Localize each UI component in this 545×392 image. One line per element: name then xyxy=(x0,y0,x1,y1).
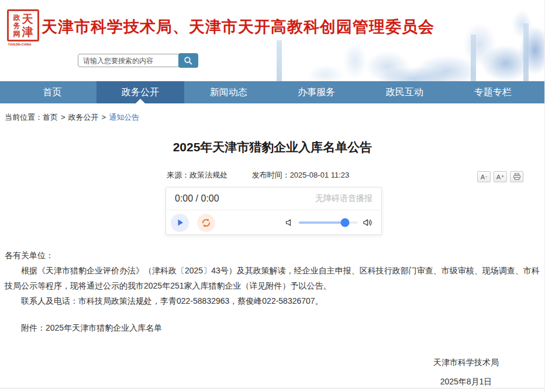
seal-right-characters: 天 津 xyxy=(22,13,33,39)
nav-item-news[interactable]: 新闻动态 xyxy=(184,81,272,103)
signature-date: 2025年8月1日 xyxy=(433,376,499,387)
font-increase-label: A xyxy=(496,174,501,181)
minus-sign: - xyxy=(485,174,487,179)
volume-slider[interactable] xyxy=(299,221,358,224)
font-increase-button[interactable]: A+ xyxy=(494,171,507,182)
article-toolbar: A- A+ xyxy=(477,171,523,182)
site-title: 天津市科学技术局、天津市天开高教科创园管理委员会 xyxy=(42,16,434,37)
breadcrumb-section-link[interactable]: 政务公开 xyxy=(68,113,99,122)
signature-org: 天津市科学技术局 xyxy=(433,356,499,368)
replay-button[interactable] xyxy=(197,214,215,232)
search-bar xyxy=(78,53,198,68)
search-button[interactable] xyxy=(178,53,198,68)
breadcrumb-current-link[interactable]: 通知公告 xyxy=(109,113,139,122)
header-building-artwork xyxy=(218,0,545,81)
article-signature: 天津市科学技术局 2025年8月1日 xyxy=(433,356,499,387)
breadcrumb: 当前位置：首页>政务公开>通知公告 xyxy=(5,112,139,123)
attachment-link[interactable]: 附件：2025年天津市猎豹企业入库名单 xyxy=(5,320,540,335)
nav-item-interaction[interactable]: 政民互动 xyxy=(361,81,449,103)
article-title: 2025年天津市猎豹企业入库名单公告 xyxy=(0,139,545,155)
volume-controls xyxy=(285,218,377,227)
main-navigation: 首页 政务公开 新闻动态 办事服务 政民互动 专题专栏 xyxy=(0,81,545,103)
breadcrumb-separator: > xyxy=(102,113,106,122)
font-decrease-button[interactable]: A- xyxy=(477,171,491,182)
breadcrumb-separator: > xyxy=(61,113,65,122)
paragraph-main: 根据《天津市猎豹企业评价办法》（津科政〔2025〕43号）及其政策解读，经企业自… xyxy=(5,263,540,293)
player-time: 0:00 / 0:00 xyxy=(175,193,219,204)
search-icon xyxy=(184,56,193,65)
site-header: 政 务 网 天 津 TIANJIN-CHINA 天津市科学技术局、天津市天开高教… xyxy=(0,0,545,81)
volume-slider-fill xyxy=(299,221,345,224)
gate-pillar-decoration xyxy=(277,40,282,81)
play-button[interactable] xyxy=(171,214,189,232)
article-source: 来源：政策法规处 xyxy=(167,171,227,179)
accessibility-audio-player: 0:00 / 0:00 无障碍语音播报 xyxy=(165,187,382,235)
replay-icon xyxy=(201,218,211,228)
nav-item-special-topics[interactable]: 专题专栏 xyxy=(449,81,537,103)
seal-left-characters: 政 务 网 xyxy=(13,13,20,38)
player-top-row: 0:00 / 0:00 无障碍语音播报 xyxy=(166,188,381,210)
nav-item-services[interactable]: 办事服务 xyxy=(272,81,361,103)
printer-icon xyxy=(513,173,521,181)
plus-sign: + xyxy=(501,174,504,179)
tianjin-gov-seal-logo[interactable]: 政 务 网 天 津 xyxy=(7,9,39,41)
breadcrumb-home-link[interactable]: 首页 xyxy=(43,113,58,122)
active-tab-notch xyxy=(136,99,145,103)
article-meta: 来源：政策法规处 发布时间：2025-08-01 11:23 xyxy=(167,170,349,181)
footer-divider xyxy=(0,388,545,388)
search-input[interactable] xyxy=(78,54,179,67)
paragraph-contact: 联系人及电话：市科技局政策法规处，李青022-58832963，蔡俊峰022-5… xyxy=(5,293,540,308)
volume-low-icon[interactable] xyxy=(285,218,294,227)
seal-caption: TIANJIN-CHINA xyxy=(6,43,33,46)
nav-item-home[interactable]: 首页 xyxy=(8,81,96,103)
font-decrease-label: A xyxy=(481,174,485,181)
nav-item-government-affairs[interactable]: 政务公开 xyxy=(96,81,185,103)
article-publish-time: 发布时间：2025-08-01 11:23 xyxy=(252,171,350,179)
volume-high-icon[interactable] xyxy=(363,218,373,227)
player-controls-row xyxy=(166,210,381,235)
article-body: 各有关单位： 根据《天津市猎豹企业评价办法》（津科政〔2025〕43号）及其政策… xyxy=(5,248,540,335)
nav-item-label: 政务公开 xyxy=(122,87,159,97)
breadcrumb-prefix: 当前位置： xyxy=(5,113,43,122)
volume-slider-thumb[interactable] xyxy=(340,218,349,227)
play-icon xyxy=(176,218,184,227)
page: 政 务 网 天 津 TIANJIN-CHINA 天津市科学技术局、天津市天开高教… xyxy=(0,0,545,392)
print-button[interactable] xyxy=(510,171,523,182)
gate-pillar-decoration xyxy=(523,23,529,81)
player-caption: 无障碍语音播报 xyxy=(315,193,372,204)
gate-pillar-decoration xyxy=(471,34,476,81)
salutation: 各有关单位： xyxy=(5,248,540,263)
